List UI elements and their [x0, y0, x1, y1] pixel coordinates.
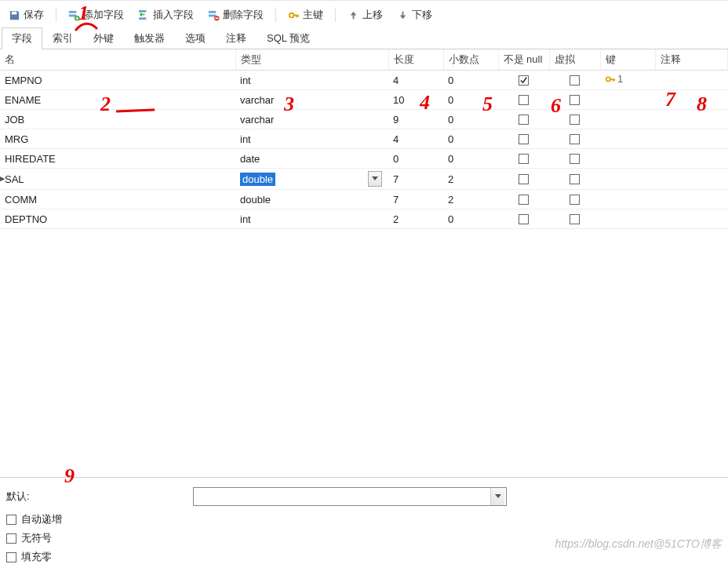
not-null-checkbox[interactable]	[519, 75, 529, 86]
zerofill-checkbox[interactable]	[6, 552, 16, 562]
cell-length[interactable]: 7	[388, 190, 443, 209]
not-null-checkbox[interactable]	[519, 115, 529, 125]
cell-length[interactable]: 0	[388, 149, 443, 169]
cell-key[interactable]	[600, 190, 655, 209]
table-row[interactable]: MRGint40	[0, 129, 728, 149]
cell-decimal[interactable]: 0	[443, 90, 498, 110]
table-row[interactable]: DEPTNOint20	[0, 209, 728, 229]
cell-comment[interactable]	[655, 129, 728, 149]
cell-comment[interactable]	[655, 209, 728, 229]
not-null-checkbox[interactable]	[519, 134, 529, 144]
tab-fields[interactable]: 字段	[2, 27, 42, 49]
cell-decimal[interactable]: 0	[443, 129, 498, 149]
not-null-checkbox[interactable]	[519, 174, 529, 184]
header-name[interactable]: 名	[0, 49, 235, 71]
tab-options[interactable]: 选项	[175, 27, 216, 49]
cell-length[interactable]: 7	[388, 169, 443, 190]
unsigned-checkbox[interactable]	[6, 533, 16, 544]
cell-length[interactable]: 2	[388, 209, 443, 229]
cell-name[interactable]: EMPNO	[0, 71, 235, 90]
virtual-checkbox[interactable]	[570, 75, 580, 86]
cell-key[interactable]	[600, 169, 655, 190]
cell-comment[interactable]	[655, 110, 728, 129]
table-row[interactable]: COMMdouble72	[0, 190, 728, 209]
default-value-select[interactable]	[193, 487, 507, 506]
tab-indexes[interactable]: 索引	[42, 27, 83, 49]
cell-name[interactable]: MRG	[0, 129, 235, 149]
cell-key[interactable]	[600, 90, 655, 110]
header-comment[interactable]: 注释	[655, 49, 728, 71]
cell-comment[interactable]	[655, 149, 728, 169]
tab-triggers[interactable]: 触发器	[124, 27, 175, 49]
cell-name[interactable]: COMM	[0, 190, 235, 209]
virtual-checkbox[interactable]	[570, 115, 580, 125]
header-not-null[interactable]: 不是 null	[498, 49, 549, 71]
table-row[interactable]: SALdouble72	[0, 169, 728, 190]
cell-key[interactable]	[600, 209, 655, 229]
cell-key[interactable]	[600, 129, 655, 149]
auto-increment-checkbox[interactable]	[6, 515, 16, 525]
virtual-checkbox[interactable]	[570, 174, 580, 184]
cell-type[interactable]: int	[235, 209, 388, 229]
cell-key[interactable]: 1	[600, 71, 655, 90]
virtual-checkbox[interactable]	[570, 134, 580, 144]
virtual-checkbox[interactable]	[570, 95, 580, 105]
cell-decimal[interactable]: 2	[443, 190, 498, 209]
delete-field-button[interactable]: 删除字段	[202, 5, 269, 24]
cell-type[interactable]: int	[235, 129, 388, 149]
cell-decimal[interactable]: 0	[443, 209, 498, 229]
type-value-selected[interactable]: double	[240, 173, 275, 186]
not-null-checkbox[interactable]	[519, 154, 529, 164]
cell-type[interactable]: double	[235, 169, 388, 190]
header-key[interactable]: 键	[600, 49, 655, 71]
cell-type[interactable]: double	[235, 190, 388, 209]
table-row[interactable]: HIREDATEdate00	[0, 149, 728, 169]
cell-length[interactable]: 10	[388, 90, 443, 110]
table-row[interactable]: EMPNOint401	[0, 71, 728, 90]
cell-length[interactable]: 4	[388, 129, 443, 149]
header-decimal[interactable]: 小数点	[443, 49, 498, 71]
tab-foreign-keys[interactable]: 外键	[83, 27, 124, 49]
tab-sql-preview[interactable]: SQL 预览	[257, 27, 320, 49]
not-null-checkbox[interactable]	[519, 214, 529, 224]
cell-decimal[interactable]: 0	[443, 149, 498, 169]
insert-field-button[interactable]: 插入字段	[133, 5, 199, 24]
cell-type[interactable]: varchar	[235, 90, 388, 110]
move-up-button[interactable]: 上移	[342, 5, 388, 24]
cell-comment[interactable]	[655, 90, 728, 110]
cell-name[interactable]: ENAME	[0, 90, 235, 110]
primary-key-button[interactable]: 主键	[282, 5, 329, 24]
cell-type[interactable]: int	[235, 71, 388, 90]
virtual-checkbox[interactable]	[570, 195, 580, 205]
not-null-checkbox[interactable]	[519, 95, 529, 105]
cell-name[interactable]: JOB	[0, 110, 235, 129]
not-null-checkbox[interactable]	[519, 195, 529, 205]
virtual-checkbox[interactable]	[570, 154, 580, 164]
header-length[interactable]: 长度	[388, 49, 443, 71]
cell-comment[interactable]	[655, 190, 728, 209]
save-button[interactable]: 保存	[3, 5, 49, 24]
cell-decimal[interactable]: 0	[443, 71, 498, 90]
table-row[interactable]: ENAMEvarchar100	[0, 90, 728, 110]
cell-decimal[interactable]: 0	[443, 110, 498, 129]
cell-name[interactable]: HIREDATE	[0, 149, 235, 169]
cell-key[interactable]	[600, 110, 655, 129]
cell-type[interactable]: varchar	[235, 110, 388, 129]
move-down-button[interactable]: 下移	[391, 5, 438, 24]
cell-type[interactable]: date	[235, 149, 388, 169]
cell-name[interactable]: SAL	[0, 169, 235, 190]
virtual-checkbox[interactable]	[570, 214, 580, 224]
cell-length[interactable]: 4	[388, 71, 443, 90]
dropdown-icon[interactable]	[490, 488, 504, 505]
cell-length[interactable]: 9	[388, 110, 443, 129]
add-field-button[interactable]: 添加字段	[63, 5, 129, 24]
header-virtual[interactable]: 虚拟	[549, 49, 600, 71]
cell-key[interactable]	[600, 149, 655, 169]
header-type[interactable]: 类型	[235, 49, 388, 71]
fields-grid[interactable]: 名 类型 长度 小数点 不是 null 虚拟 键 注释 EMPNOint401E…	[0, 49, 728, 229]
cell-comment[interactable]	[655, 169, 728, 190]
table-row[interactable]: JOBvarchar90	[0, 110, 728, 129]
cell-comment[interactable]	[655, 71, 728, 90]
type-dropdown-button[interactable]	[368, 171, 382, 187]
tab-comment[interactable]: 注释	[216, 27, 257, 49]
